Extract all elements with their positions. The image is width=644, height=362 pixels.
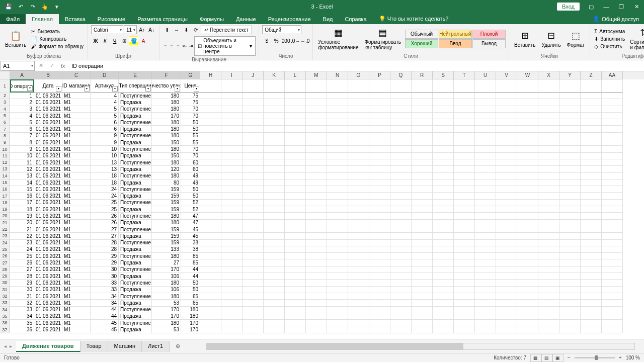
data-cell[interactable] (390, 119, 412, 126)
data-cell[interactable] (327, 126, 348, 132)
data-cell[interactable] (602, 246, 623, 253)
border-button[interactable]: ⊞ (120, 36, 129, 45)
data-cell[interactable] (221, 266, 243, 273)
data-cell[interactable] (412, 220, 433, 226)
data-cell[interactable] (243, 99, 264, 106)
data-cell[interactable] (538, 266, 559, 273)
data-cell[interactable] (390, 113, 412, 119)
data-cell[interactable] (264, 186, 285, 193)
data-cell[interactable] (454, 99, 475, 106)
data-cell[interactable] (327, 246, 348, 253)
data-cell[interactable] (475, 213, 496, 219)
data-cell[interactable] (390, 287, 412, 293)
data-cell[interactable]: M1 (62, 240, 91, 246)
data-cell[interactable] (327, 93, 348, 99)
data-cell[interactable]: M1 (62, 159, 91, 166)
data-cell[interactable] (581, 139, 602, 146)
data-cell[interactable] (475, 113, 496, 119)
data-cell[interactable] (496, 287, 517, 293)
data-cell[interactable]: 52 (181, 200, 200, 206)
data-cell[interactable] (475, 307, 496, 313)
data-cell[interactable] (475, 253, 496, 259)
row-header[interactable]: 37 (0, 326, 10, 333)
data-cell[interactable] (559, 179, 581, 186)
data-cell[interactable] (390, 280, 412, 286)
data-cell[interactable] (559, 113, 581, 119)
data-cell[interactable] (221, 280, 243, 286)
data-cell[interactable] (475, 206, 496, 213)
data-cell[interactable]: 15 (10, 186, 34, 193)
data-cell[interactable]: 50 (181, 119, 200, 126)
data-cell[interactable] (433, 206, 454, 213)
data-cell[interactable] (602, 233, 623, 239)
data-cell[interactable] (538, 233, 559, 239)
horizontal-scrollbar[interactable] (206, 343, 635, 350)
data-cell[interactable] (348, 300, 369, 306)
data-cell[interactable] (390, 126, 412, 132)
data-cell[interactable] (412, 93, 433, 99)
data-cell[interactable] (581, 259, 602, 266)
data-cell[interactable] (454, 186, 475, 193)
data-cell[interactable] (221, 106, 243, 113)
data-cell[interactable]: 26 (91, 220, 119, 226)
align-middle-icon[interactable]: ↔ (172, 25, 181, 34)
data-cell[interactable] (348, 287, 369, 293)
data-cell[interactable] (602, 313, 623, 320)
data-cell[interactable] (581, 266, 602, 273)
data-cell[interactable] (243, 213, 264, 219)
data-cell[interactable] (559, 159, 581, 166)
data-cell[interactable]: 30 (91, 266, 119, 273)
row-header[interactable]: 16 (0, 186, 10, 193)
data-cell[interactable] (221, 259, 243, 266)
data-cell[interactable]: 150 (152, 139, 181, 146)
data-cell[interactable] (390, 266, 412, 273)
data-cell[interactable] (264, 200, 285, 206)
data-cell[interactable] (221, 253, 243, 259)
data-cell[interactable]: M1 (62, 233, 91, 239)
data-cell[interactable] (306, 99, 327, 106)
decrease-font-icon[interactable]: A↓ (147, 25, 156, 34)
data-cell[interactable] (602, 320, 623, 326)
data-cell[interactable] (369, 166, 390, 172)
align-top-icon[interactable]: ⬆ (163, 25, 172, 34)
data-cell[interactable] (327, 253, 348, 259)
data-cell[interactable] (369, 213, 390, 219)
data-cell[interactable] (285, 307, 306, 313)
data-cell[interactable] (390, 166, 412, 172)
data-cell[interactable] (285, 159, 306, 166)
data-cell[interactable] (285, 266, 306, 273)
data-cell[interactable] (348, 159, 369, 166)
data-cell[interactable] (602, 146, 623, 152)
data-cell[interactable] (369, 119, 390, 126)
data-cell[interactable] (243, 293, 264, 300)
row-header[interactable]: 24 (0, 240, 10, 246)
data-cell[interactable] (538, 159, 559, 166)
data-cell[interactable] (243, 126, 264, 132)
data-cell[interactable]: 20 (10, 220, 34, 226)
row-header[interactable]: 36 (0, 320, 10, 326)
data-cell[interactable] (538, 300, 559, 306)
data-cell[interactable] (433, 193, 454, 199)
row-header[interactable]: 34 (0, 307, 10, 313)
data-cell[interactable]: 49 (181, 173, 200, 179)
data-cell[interactable] (221, 240, 243, 246)
data-cell[interactable] (221, 220, 243, 226)
data-cell[interactable] (559, 166, 581, 172)
data-cell[interactable] (285, 179, 306, 186)
data-cell[interactable] (602, 166, 623, 172)
data-cell[interactable]: 27 (152, 259, 181, 266)
data-cell[interactable] (517, 139, 538, 146)
data-cell[interactable]: 180 (152, 119, 181, 126)
data-cell[interactable] (348, 146, 369, 152)
column-header[interactable]: F (152, 71, 181, 79)
data-cell[interactable] (538, 99, 559, 106)
data-cell[interactable] (348, 106, 369, 113)
data-cell[interactable] (475, 220, 496, 226)
data-cell[interactable] (538, 287, 559, 293)
data-cell[interactable] (602, 240, 623, 246)
data-cell[interactable]: 01.06.2021 (34, 99, 62, 106)
data-cell[interactable] (496, 173, 517, 179)
data-cell[interactable] (264, 307, 285, 313)
data-cell[interactable] (327, 313, 348, 320)
filter-icon[interactable]: ▾ (84, 86, 90, 92)
